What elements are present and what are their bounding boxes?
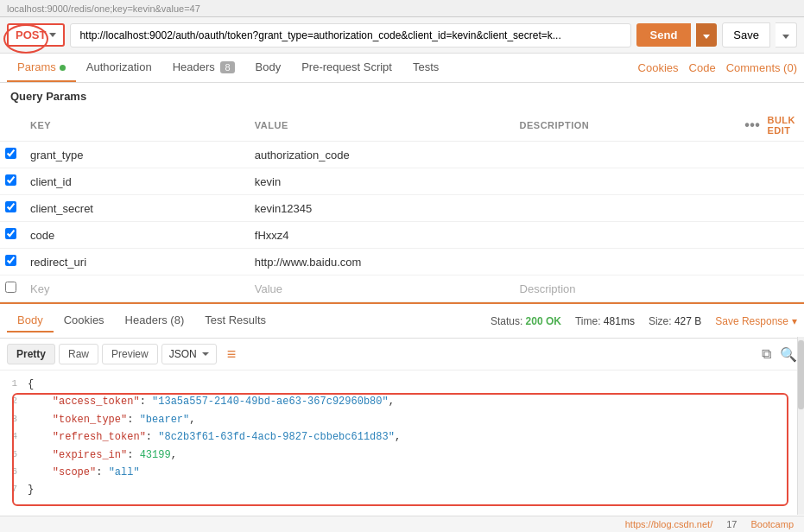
bootcamp-link[interactable]: Bootcamp — [750, 519, 794, 529]
params-table: KEY VALUE DESCRIPTION ••• Bulk Edit gran… — [0, 110, 804, 302]
browser-url: localhost:9000/redis/one;key=kevin&value… — [7, 3, 200, 14]
copy-icon[interactable]: ⧉ — [762, 346, 771, 362]
table-row: grant_type authorization_code — [0, 142, 804, 168]
code-line: 7} — [0, 481, 804, 498]
tab-body[interactable]: Body — [245, 54, 292, 82]
col-header-key: KEY — [22, 110, 246, 142]
url-input[interactable] — [70, 23, 630, 48]
query-params-title: Query Params — [0, 83, 804, 110]
row-value-2: kevin12345 — [246, 195, 511, 222]
tab-authorization[interactable]: Authorization — [76, 54, 162, 82]
row-value-4: http://www.baidu.com — [246, 249, 511, 276]
time-label: Time: 481ms — [575, 315, 635, 327]
fmt-pretty-btn[interactable]: Pretty — [7, 344, 55, 364]
code-line: 2 "access_token": "13a5a557-2140-49bd-ae… — [0, 393, 804, 410]
request-tabs: Params Authorization Headers 8 Body Pre-… — [0, 54, 804, 83]
row-checkbox-2[interactable] — [5, 201, 16, 212]
code-line: 1{ — [0, 376, 804, 393]
row-desc-4 — [511, 249, 737, 276]
row-value-1: kevin — [246, 168, 511, 195]
response-tab-body[interactable]: Body — [7, 309, 54, 332]
search-icon[interactable]: 🔍 — [780, 346, 797, 363]
row-checkbox-1[interactable] — [5, 174, 16, 186]
fmt-json-select[interactable]: JSON — [161, 344, 217, 364]
method-label: POST — [16, 28, 46, 41]
row-desc-0 — [511, 142, 737, 168]
tab-tests[interactable]: Tests — [402, 54, 449, 82]
table-row: client_id kevin — [0, 168, 804, 195]
row-checkbox-5[interactable] — [5, 282, 16, 293]
status-bar: Status: 200 OK Time: 481ms Size: 427 B S… — [491, 315, 797, 327]
row-key-1: client_id — [22, 168, 246, 195]
status-value: 200 OK — [526, 315, 561, 327]
send-dropdown-button[interactable] — [696, 23, 717, 47]
code-area[interactable]: 1{2 "access_token": "13a5a557-2140-49bd-… — [0, 370, 804, 504]
row-value-3: fHxxz4 — [246, 222, 511, 249]
format-bar-right: ⧉ 🔍 — [762, 346, 797, 363]
table-row: redirect_uri http://www.baidu.com — [0, 249, 804, 276]
fmt-preview-btn[interactable]: Preview — [102, 344, 158, 364]
bottom-info: 17 — [726, 519, 737, 529]
actions-dots[interactable]: ••• — [744, 118, 760, 132]
status-label: Status: 200 OK — [491, 315, 561, 327]
row-desc-3 — [511, 222, 737, 249]
code-link[interactable]: Code — [689, 61, 716, 74]
headers-badge: 8 — [220, 61, 234, 73]
fmt-raw-btn[interactable]: Raw — [59, 344, 98, 364]
response-tab-cookies[interactable]: Cookies — [54, 309, 115, 332]
row-checkbox-0[interactable] — [5, 148, 16, 159]
col-header-desc: DESCRIPTION — [511, 110, 737, 142]
scrollbar-track[interactable] — [797, 337, 804, 515]
col-header-value: VALUE — [246, 110, 511, 142]
params-dot — [60, 65, 66, 71]
row-key-0: grant_type — [22, 142, 246, 168]
row-desc-5: Description — [511, 276, 737, 302]
browser-strip: localhost:9000/redis/one;key=kevin&value… — [0, 0, 804, 17]
response-tab-testresults[interactable]: Test Results — [194, 309, 276, 332]
response-tab-headers[interactable]: Headers (8) — [115, 309, 195, 332]
table-row: client_secret kevin12345 — [0, 195, 804, 222]
row-checkbox-3[interactable] — [5, 228, 16, 239]
row-key-2: client_secret — [22, 195, 246, 222]
wrap-icon[interactable]: ≡ — [227, 345, 237, 364]
bulk-edit-link[interactable]: Bulk Edit — [767, 115, 795, 136]
scrollbar-thumb[interactable] — [798, 340, 804, 409]
row-desc-1 — [511, 168, 737, 195]
bottom-link[interactable]: https://blog.csdn.net/ — [625, 519, 713, 529]
table-row: Key Value Description — [0, 276, 804, 302]
row-checkbox-4[interactable] — [5, 255, 16, 266]
row-desc-2 — [511, 195, 737, 222]
save-response-btn[interactable]: Save Response ▾ — [715, 315, 797, 327]
row-key-4: redirect_uri — [22, 249, 246, 276]
tabs-right: Cookies Code Comments (0) — [638, 61, 797, 74]
cookies-link[interactable]: Cookies — [638, 61, 679, 74]
size-label: Size: 427 B — [649, 315, 701, 327]
response-tabs: Body Cookies Headers (8) Test Results St… — [0, 302, 804, 339]
save-dropdown-button[interactable] — [776, 22, 797, 48]
bottom-statusbar: https://blog.csdn.net/ 17 Bootcamp — [0, 516, 804, 532]
tab-headers[interactable]: Headers 8 — [162, 54, 245, 82]
tab-params[interactable]: Params — [7, 54, 76, 82]
send-button[interactable]: Send — [636, 23, 692, 47]
method-select[interactable]: POST — [7, 23, 65, 47]
code-line: 3 "token_type": "bearer", — [0, 411, 804, 428]
url-bar: POST Send Save — [0, 17, 804, 54]
table-row: code fHxxz4 — [0, 222, 804, 249]
save-response-chevron: ▾ — [792, 315, 797, 327]
code-line: 6 "scope": "all" — [0, 464, 804, 481]
row-value-5: Value — [246, 276, 511, 302]
code-line: 4 "refresh_token": "8c2b3f61-63fd-4acb-9… — [0, 428, 804, 446]
comments-link[interactable]: Comments (0) — [726, 61, 797, 74]
code-line: 5 "expires_in": 43199, — [0, 446, 804, 464]
row-key-5: Key — [22, 276, 246, 302]
save-button[interactable]: Save — [722, 22, 770, 48]
tab-prerequest[interactable]: Pre-request Script — [291, 54, 402, 82]
response-section: Body Cookies Headers (8) Test Results St… — [0, 302, 804, 504]
row-key-3: code — [22, 222, 246, 249]
row-value-0: authorization_code — [246, 142, 511, 168]
format-bar: Pretty Raw Preview JSON ≡ ⧉ 🔍 — [0, 339, 804, 370]
